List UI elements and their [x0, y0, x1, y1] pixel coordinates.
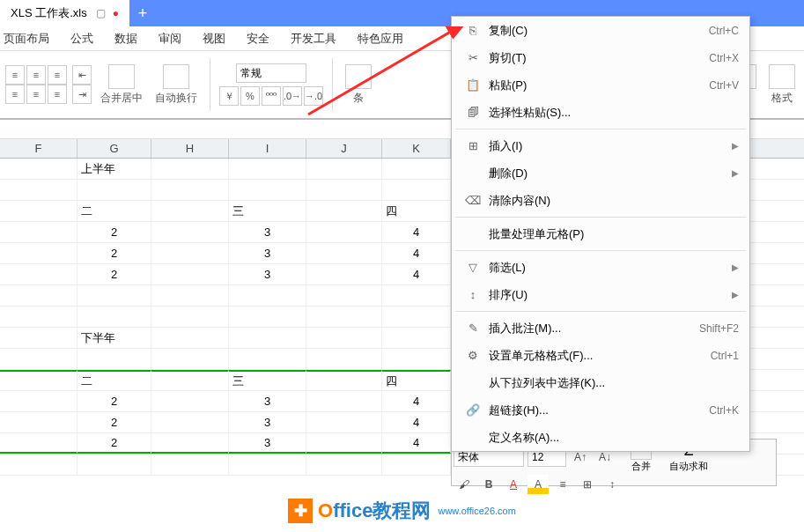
window-icon[interactable]: ▢ [96, 7, 106, 19]
cell[interactable] [0, 201, 77, 221]
cell[interactable]: 2 [77, 433, 151, 454]
cell[interactable]: 3 [229, 243, 306, 263]
cell[interactable] [0, 264, 77, 284]
menu-item[interactable]: ⌫清除内容(N) [452, 187, 749, 214]
cell[interactable] [229, 285, 306, 306]
cell[interactable] [306, 180, 382, 200]
menu-item[interactable]: 📋粘贴(P)Ctrl+V [452, 71, 749, 99]
cell[interactable] [306, 328, 382, 348]
cell[interactable] [382, 180, 451, 200]
cell[interactable]: 2 [77, 391, 151, 411]
cell[interactable]: 4 [382, 222, 451, 242]
cell[interactable]: 二 [77, 201, 151, 221]
cell[interactable] [0, 222, 77, 242]
cell[interactable]: 4 [382, 412, 451, 432]
cell[interactable] [306, 307, 382, 327]
cell[interactable] [306, 222, 382, 242]
menu-item[interactable]: ✂剪切(T)Ctrl+X [452, 44, 749, 71]
cell[interactable] [151, 412, 229, 432]
cell[interactable]: 下半年 [77, 328, 151, 348]
cell[interactable] [0, 433, 77, 454]
comma-icon[interactable]: ººº [262, 86, 281, 106]
cell[interactable] [306, 243, 382, 263]
cell[interactable]: 三 [229, 201, 306, 221]
menu-item[interactable]: ⊞插入(I)▶ [452, 132, 749, 159]
cell[interactable] [306, 159, 382, 179]
cell[interactable] [151, 285, 229, 306]
ribbon-tab[interactable]: 安全 [247, 31, 269, 47]
cell[interactable] [229, 349, 306, 369]
cell[interactable] [0, 180, 77, 200]
cell[interactable] [382, 349, 451, 369]
indent-dec-icon[interactable]: ⇤ [72, 65, 92, 85]
cell[interactable] [77, 285, 151, 306]
cell[interactable] [151, 264, 229, 284]
cell[interactable]: 上半年 [77, 159, 151, 179]
ribbon-tab[interactable]: 审阅 [159, 31, 181, 47]
cell[interactable]: 4 [382, 433, 451, 454]
cell[interactable] [229, 307, 306, 327]
cell[interactable] [151, 222, 229, 242]
cell[interactable]: 三 [229, 370, 306, 390]
cond-format-button[interactable]: 条 [342, 63, 375, 107]
cell[interactable] [151, 243, 229, 263]
ribbon-tab[interactable]: 视图 [203, 31, 225, 47]
cell[interactable]: 3 [229, 433, 306, 454]
cell[interactable] [306, 433, 382, 454]
cell[interactable]: 2 [77, 264, 151, 284]
cell[interactable]: 2 [77, 222, 151, 242]
cell[interactable] [306, 264, 382, 284]
col-header[interactable]: H [151, 139, 229, 158]
font-color-icon[interactable]: A [503, 475, 524, 494]
currency-icon[interactable]: ￥ [219, 86, 239, 106]
format-painter-icon[interactable]: 🖌 [454, 475, 475, 494]
align-left-icon[interactable]: ≡ [5, 65, 25, 85]
ribbon-tab[interactable]: 页面布局 [4, 31, 49, 47]
ribbon-tab[interactable]: 公式 [70, 31, 93, 47]
cell[interactable] [151, 328, 229, 348]
cell[interactable] [306, 370, 382, 390]
cell[interactable] [306, 285, 382, 306]
cell[interactable]: 3 [229, 391, 306, 411]
align-bot-icon[interactable]: ≡ [48, 85, 67, 104]
cell[interactable] [306, 391, 382, 411]
cell[interactable] [306, 201, 382, 221]
cell[interactable]: 3 [229, 222, 306, 242]
new-tab-button[interactable]: + [129, 0, 156, 26]
cell[interactable] [77, 349, 151, 369]
cell[interactable]: 二 [77, 370, 151, 390]
ribbon-tab[interactable]: 开发工具 [291, 31, 336, 47]
merge-center-button[interactable]: 合并居中 [97, 63, 146, 107]
col-header[interactable]: I [229, 139, 306, 158]
cell[interactable]: 3 [229, 412, 306, 432]
cell[interactable] [382, 159, 451, 179]
indent-inc-icon[interactable]: ⇥ [72, 85, 92, 104]
cell[interactable] [77, 307, 151, 327]
cell[interactable] [0, 285, 77, 306]
menu-item[interactable]: 🗐选择性粘贴(S)... [452, 99, 749, 126]
col-header[interactable]: K [382, 139, 451, 158]
cell[interactable] [151, 159, 229, 179]
cell[interactable] [151, 307, 229, 327]
cell[interactable] [306, 454, 382, 475]
cell[interactable] [151, 349, 229, 369]
cell[interactable]: 4 [382, 264, 451, 284]
cell[interactable] [0, 307, 77, 327]
align-right-icon[interactable]: ≡ [48, 65, 67, 85]
align-center-icon[interactable]: ≡ [26, 65, 46, 85]
cell[interactable] [382, 328, 451, 348]
ribbon-tab[interactable]: 数据 [114, 31, 137, 47]
cell[interactable] [0, 159, 77, 179]
menu-item[interactable]: 🔗超链接(H)...Ctrl+K [452, 396, 749, 424]
align-mid-icon[interactable]: ≡ [26, 85, 46, 104]
cell[interactable] [151, 454, 229, 475]
cell[interactable]: 四 [382, 201, 451, 221]
cell[interactable]: 2 [77, 243, 151, 263]
ribbon-tab[interactable]: 特色应用 [358, 31, 403, 47]
number-format-select[interactable] [236, 63, 306, 83]
cell[interactable] [229, 454, 306, 475]
cell[interactable] [382, 307, 451, 327]
col-header[interactable]: G [77, 139, 151, 158]
border-icon[interactable]: ⊞ [577, 475, 598, 494]
bold-icon[interactable]: B [478, 475, 499, 494]
